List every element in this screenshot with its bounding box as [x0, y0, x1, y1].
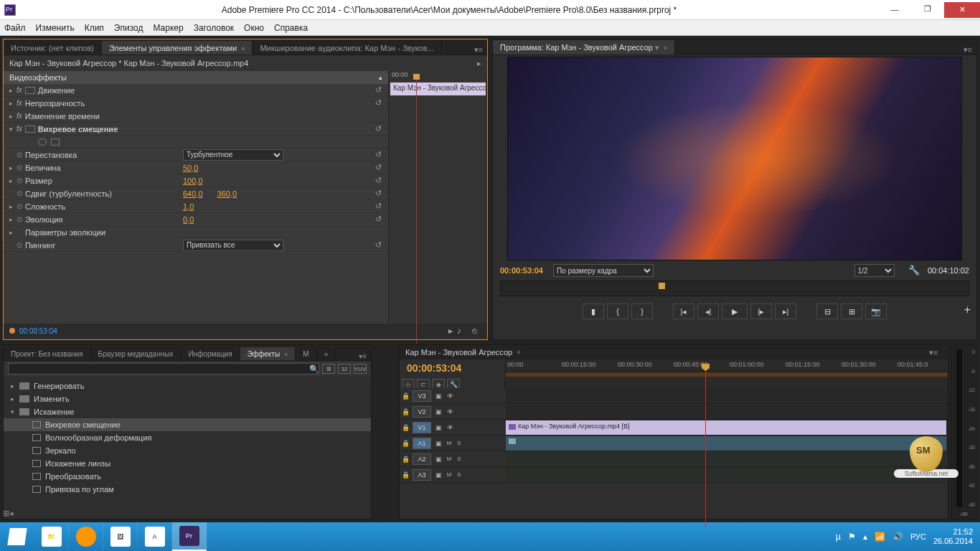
offset-y-value[interactable]: 360,0	[217, 189, 237, 198]
menu-window[interactable]: Окно	[244, 23, 264, 33]
tab-effects[interactable]: Эффекты×	[240, 347, 296, 360]
tab-effect-controls[interactable]: Элементы управления эффектами×	[102, 41, 253, 55]
solo-button[interactable]: S	[454, 440, 464, 446]
step-back-button[interactable]: ◂|	[697, 303, 719, 319]
prop-displacement[interactable]: ⊙ПерестановкаТурбулентное↺	[4, 149, 388, 161]
reset-icon[interactable]: ↺	[372, 189, 384, 199]
toggle-output-icon[interactable]: ▣	[433, 440, 444, 447]
amount-value[interactable]: 50,0	[183, 164, 198, 172]
go-to-in-button[interactable]: |◂	[673, 303, 694, 319]
tray-volume-icon[interactable]: 🔊	[892, 532, 903, 542]
sequence-tab[interactable]: Кар Мэн - Звуковой Агрессор×▾≡	[400, 345, 948, 359]
effect-item-cornerpin[interactable]: Привязка по углам	[4, 483, 371, 496]
ellipse-mask-icon[interactable]	[38, 138, 47, 146]
eye-icon[interactable]: 👁	[444, 408, 456, 415]
tab-media-browser[interactable]: Браузер медиаданных	[91, 347, 182, 360]
button-editor-icon[interactable]: +	[964, 303, 971, 316]
maximize-button[interactable]: ❐	[911, 2, 944, 17]
track-a3-header[interactable]: 🔒A3▣MS	[400, 467, 506, 483]
complexity-value[interactable]: 1,0	[183, 202, 194, 211]
effect-item-twirl[interactable]: Вихревое смещение	[4, 418, 371, 431]
tab-audio-mixer[interactable]: Микширование аудиоклипа: Кар Мэн - Звуко…	[253, 41, 441, 55]
track-a2-header[interactable]: 🔒A2▣MS	[400, 451, 506, 467]
extract-button[interactable]: ⊞	[841, 303, 862, 319]
folder-generate[interactable]: ▸Генерировать	[4, 380, 371, 392]
prop-evolution[interactable]: ▸⊙Эволюция0,0↺	[4, 213, 388, 226]
taskbar-firefox[interactable]	[69, 522, 103, 551]
export-icon[interactable]: ⎋	[472, 326, 481, 336]
track-a3-lane[interactable]	[506, 467, 948, 483]
mute-button[interactable]: M	[444, 456, 454, 462]
resolution-select[interactable]: 1/2	[854, 264, 895, 277]
bypass-icon[interactable]	[25, 126, 35, 133]
size-value[interactable]: 100,0	[183, 176, 203, 185]
panel-menu-icon[interactable]: ▾≡	[925, 348, 942, 357]
video-effects-header[interactable]: Видеоэффекты▴	[4, 71, 388, 84]
prop-evolution-options[interactable]: ▸Параметры эволюции	[4, 226, 388, 239]
close-icon[interactable]: ×	[241, 45, 245, 52]
effect-item-transform[interactable]: Преобразовать	[4, 470, 371, 483]
accelerated-badge[interactable]: ⊞	[322, 364, 335, 374]
track-a1-header[interactable]: 🔒A1▣MS	[400, 435, 506, 451]
tab-program[interactable]: Программа: Кар Мэн - Звуковой Агрессор ▾…	[493, 40, 675, 55]
lock-icon[interactable]: 🔒	[400, 392, 411, 400]
tab-project[interactable]: Проект: Без названия	[4, 347, 91, 360]
effect-item-wave[interactable]: Волнообразная деформация	[4, 431, 371, 444]
taskbar-app1[interactable]: 🖼	[103, 522, 138, 551]
yuv-badge[interactable]: YUV	[354, 364, 367, 374]
audio-clip[interactable]	[506, 436, 946, 451]
menu-title[interactable]: Заголовок	[194, 23, 234, 33]
folder-distort[interactable]: ▾Искажение	[4, 405, 371, 418]
folder-edit[interactable]: ▸Изменить	[4, 392, 371, 405]
prop-size[interactable]: ▸⊙Размер100,0↺	[4, 174, 388, 187]
close-button[interactable]: ✕	[944, 2, 980, 18]
program-scrub-bar[interactable]	[500, 281, 969, 296]
prop-pinning[interactable]: ⊙ПиннингПривязать все↺	[4, 239, 388, 252]
program-video[interactable]	[507, 57, 962, 260]
tray-up-icon[interactable]: ▴	[863, 532, 867, 542]
minimize-button[interactable]: —	[878, 2, 911, 17]
work-area-bar[interactable]	[506, 372, 948, 377]
tray-language[interactable]: РУС	[910, 532, 926, 541]
toggle-output-icon[interactable]: ▣	[433, 408, 444, 415]
tab-source[interactable]: Источник: (нет клипов)	[4, 41, 102, 55]
reset-icon[interactable]: ↺	[372, 163, 384, 173]
effect-twirl[interactable]: ▾fxВихревое смещение↺	[4, 123, 388, 136]
play-button[interactable]: ▶	[722, 303, 748, 319]
effect-item-mirror[interactable]: Зеркало	[4, 444, 371, 457]
scrub-playhead[interactable]	[659, 283, 665, 289]
toggle-output-icon[interactable]: ▣	[433, 471, 444, 479]
export-frame-button[interactable]: 📷	[865, 303, 887, 319]
lock-icon[interactable]: 🔒	[400, 440, 411, 447]
offset-x-value[interactable]: 640,0	[183, 189, 203, 198]
evolution-value[interactable]: 0,0	[183, 215, 194, 224]
displacement-select[interactable]: Турбулентное	[183, 149, 283, 161]
lift-button[interactable]: ⊟	[816, 303, 838, 319]
effect-motion[interactable]: ▸fxДвижение↺	[4, 84, 388, 97]
start-button[interactable]	[0, 522, 34, 551]
panel-menu-icon[interactable]: ▾≡	[470, 45, 487, 55]
close-icon[interactable]: ×	[664, 44, 667, 52]
video-clip[interactable]: Кар Мэн - Звуковой Агрессор.mp4 [В]	[506, 420, 946, 435]
menu-clip[interactable]: Клип	[85, 23, 104, 33]
effects-search-input[interactable]	[8, 363, 319, 375]
reset-icon[interactable]: ↺	[372, 85, 384, 95]
program-tc-current[interactable]: 00:00:53:04	[500, 266, 543, 275]
panel-menu-icon[interactable]: ▾≡	[959, 45, 976, 55]
tab-info[interactable]: Информация	[181, 347, 240, 360]
reset-icon[interactable]: ↺	[372, 176, 384, 186]
footer-timecode[interactable]: 00:00:53:04	[19, 327, 57, 335]
menu-edit[interactable]: Изменить	[36, 23, 75, 33]
mini-ruler[interactable]: 00:00	[389, 71, 487, 83]
tray-network-icon[interactable]: 📶	[875, 532, 885, 542]
solo-button[interactable]: S	[454, 471, 464, 478]
track-a2-lane[interactable]	[506, 451, 948, 467]
tab-markers[interactable]: M	[296, 347, 316, 360]
track-v1-header[interactable]: 🔒V1▣👁	[400, 420, 506, 435]
reset-icon[interactable]: ↺	[372, 202, 384, 212]
tray-utorrent-icon[interactable]: µ	[836, 532, 841, 542]
track-v3-lane[interactable]	[506, 388, 948, 404]
prop-offset[interactable]: ⊙Сдвиг (турбулентность)640,0360,0↺	[4, 187, 388, 200]
workspace-options[interactable]: ⊞◂	[3, 507, 18, 519]
eye-icon[interactable]: 👁	[444, 424, 456, 431]
